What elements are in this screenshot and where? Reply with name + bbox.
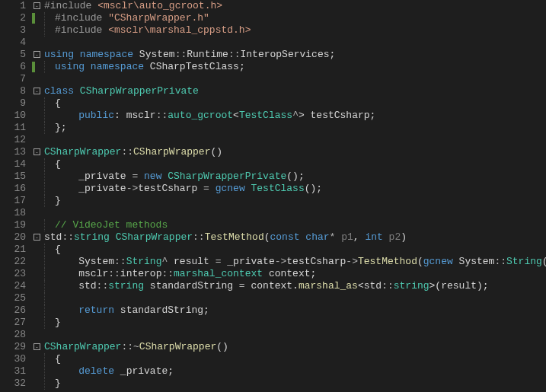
code-line[interactable]: delete _private;: [44, 365, 546, 378]
indent-guide: [44, 12, 45, 24]
code-line[interactable]: std::string standardString = context.mar…: [44, 280, 546, 292]
token-pn: ;: [239, 61, 245, 72]
line-number: 6: [0, 61, 26, 73]
line-number: 2: [0, 12, 26, 24]
token-op: =: [203, 183, 209, 194]
code-line[interactable]: // VideoJet methods: [44, 219, 546, 231]
indent-guide: [44, 122, 45, 134]
token-op: ::: [114, 256, 126, 267]
token-id: [335, 231, 341, 243]
token-id: result: [441, 280, 477, 292]
token-typ: TestClass: [239, 110, 292, 121]
code-line[interactable]: System::String^ result = _private->testC…: [44, 256, 546, 268]
token-str: "CSharpWrapper.h": [108, 12, 209, 24]
code-line[interactable]: {: [44, 244, 546, 256]
token-fn: CSharpWrapper: [139, 341, 216, 352]
change-marker: [32, 62, 35, 72]
token-id: System: [55, 256, 114, 267]
code-line[interactable]: std::string CSharpWrapper::TestMethod(co…: [44, 231, 546, 244]
token-id: standardString: [144, 280, 239, 292]
token-op: ::: [193, 231, 205, 243]
code-line[interactable]: [44, 292, 546, 304]
token-id: std: [364, 280, 382, 292]
code-line[interactable]: #include "CSharpWrapper.h": [44, 12, 546, 24]
code-line[interactable]: }: [44, 317, 546, 329]
token-typ: String: [506, 256, 542, 267]
token-pn: (): [210, 146, 222, 158]
token-pn: {: [55, 244, 61, 255]
fold-column: ------: [34, 0, 44, 392]
indent-guide: [44, 365, 45, 378]
code-line[interactable]: CSharpWrapper::~CSharpWrapper(): [44, 341, 546, 353]
token-pn: <: [358, 280, 364, 292]
code-line[interactable]: public: msclr::auto_gcroot<TestClass^> t…: [44, 110, 546, 122]
indent-guide: [44, 256, 45, 268]
indent-guide: [44, 110, 45, 122]
line-number: 30: [0, 353, 26, 365]
indent-guide: [44, 317, 45, 329]
token-id: context: [263, 268, 310, 279]
token-pn: {: [55, 97, 61, 109]
code-line[interactable]: using namespace CSharpTestClass;: [44, 61, 546, 73]
code-line[interactable]: #include <msclr\marshal_cppstd.h>: [44, 24, 546, 37]
code-line[interactable]: #include <msclr\auto_gcroot.h>: [44, 0, 546, 12]
token-id: System: [133, 49, 175, 60]
token-op: =: [239, 280, 245, 292]
token-id: interop: [120, 268, 162, 279]
token-id: [138, 171, 144, 182]
indent-guide: [44, 353, 45, 365]
line-number: 4: [0, 37, 26, 49]
fold-toggle-icon[interactable]: -: [34, 234, 40, 241]
token-id: [55, 365, 78, 377]
code-line[interactable]: [44, 134, 546, 146]
code-line[interactable]: [44, 73, 546, 85]
token-kw: new: [144, 171, 161, 182]
code-line[interactable]: {: [44, 158, 546, 171]
token-id: testCsharp: [138, 183, 203, 194]
fold-toggle-icon[interactable]: -: [34, 343, 40, 350]
token-typ: CSharpWrapperPrivate: [168, 171, 286, 182]
indent-guide: [44, 158, 45, 171]
token-pn: {: [55, 158, 61, 170]
line-number: 26: [0, 304, 26, 317]
token-id: [209, 183, 216, 194]
line-number: 8: [0, 85, 26, 97]
code-line[interactable]: };: [44, 122, 546, 134]
fold-toggle-icon[interactable]: -: [34, 88, 40, 94]
fold-toggle-icon[interactable]: -: [34, 2, 40, 9]
token-typ: CSharpWrapper: [116, 231, 193, 243]
code-editor[interactable]: #include <msclr\auto_gcroot.h>#include "…: [44, 0, 546, 392]
token-pn: (: [542, 256, 546, 267]
indent-guide: [44, 61, 45, 73]
token-pn: >(: [429, 280, 442, 292]
token-typ: string: [394, 280, 429, 292]
line-number: 17: [0, 195, 26, 207]
token-op: ::: [161, 268, 174, 279]
line-number: 22: [0, 256, 26, 268]
code-line[interactable]: CSharpWrapper::CSharpWrapper(): [44, 146, 546, 158]
token-id: _private: [55, 183, 126, 194]
code-line[interactable]: }: [44, 378, 546, 390]
code-line[interactable]: _private = new CSharpWrapperPrivate();: [44, 171, 546, 183]
code-line[interactable]: {: [44, 353, 546, 365]
token-op: ::: [175, 49, 187, 60]
code-line[interactable]: msclr::interop::marshal_context context;: [44, 268, 546, 280]
code-line[interactable]: [44, 37, 546, 49]
code-line[interactable]: }: [44, 195, 546, 207]
code-line[interactable]: [44, 207, 546, 219]
code-line[interactable]: _private->testCsharp = gcnew TestClass()…: [44, 183, 546, 195]
token-pn: ;: [370, 110, 376, 121]
token-op: ->: [126, 183, 139, 194]
code-line[interactable]: using namespace System::Runtime::Interop…: [44, 49, 546, 61]
code-line[interactable]: [44, 329, 546, 341]
code-line[interactable]: class CSharpWrapperPrivate: [44, 85, 546, 97]
token-kw: const: [270, 231, 300, 243]
line-number: 15: [0, 171, 26, 183]
fold-toggle-icon[interactable]: -: [34, 148, 40, 155]
token-op: ::: [62, 231, 74, 243]
token-pp: #include: [55, 12, 108, 24]
code-line[interactable]: {: [44, 97, 546, 110]
fold-toggle-icon[interactable]: -: [34, 51, 40, 58]
token-kw: gcnew: [423, 256, 453, 267]
code-line[interactable]: return standardString;: [44, 304, 546, 317]
